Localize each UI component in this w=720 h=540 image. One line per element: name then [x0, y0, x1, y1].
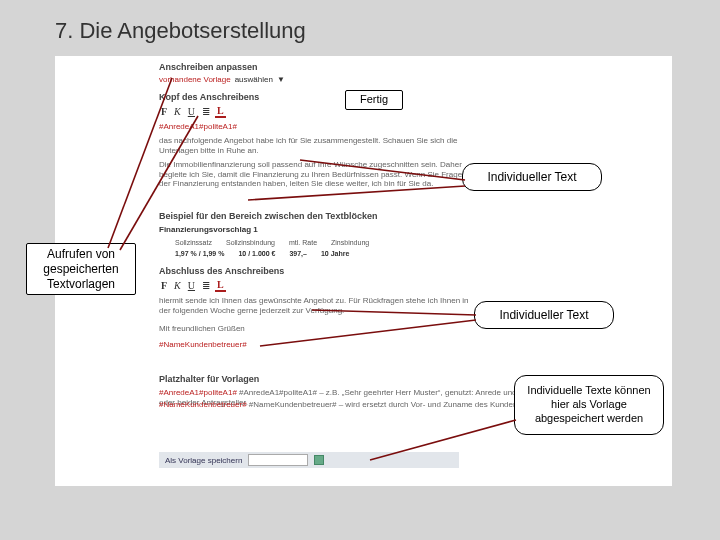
fin-val-2: 10 / 1.000 € [238, 250, 275, 257]
bold-button[interactable]: F [159, 106, 169, 117]
fin-val-3: 397,– [289, 250, 307, 257]
gruss: Mit freundlichen Grüßen [159, 324, 245, 333]
fin-val-1: 1,97 % / 1,99 % [175, 250, 224, 257]
save-template-name-input[interactable] [248, 454, 308, 466]
paragraph-1: das nachfolgende Angebot habe ich für Si… [159, 136, 469, 155]
section-beispiel: Beispiel für den Bereich zwischen den Te… [159, 211, 377, 221]
toolbar-kopf[interactable]: F K U ≣ L [159, 105, 226, 118]
italic-button[interactable]: K [172, 280, 183, 291]
name-placeholder: #NameKundenbetreuer# [159, 340, 247, 349]
section-platzhalter: Platzhalter für Vorlagen [159, 374, 259, 384]
fin-col-2: Sollzinsbindung [226, 239, 275, 246]
page-title: 7. Die Angebotserstellung [0, 0, 720, 54]
ph-desc-2: #NameKundenbetreuer# – wird ersetzt durc… [249, 400, 554, 409]
paragraph-2: Die Immobilienfinanzierung soll passend … [159, 160, 479, 189]
italic-button[interactable]: K [172, 106, 183, 117]
toolbar-abschluss[interactable]: F K U ≣ L [159, 279, 226, 292]
template-dropdown-label: vorhandene Vorlage [159, 75, 231, 84]
section-abschluss: Abschluss des Anschreibens [159, 266, 284, 276]
callout-speichern: Individuelle Texte können hier als Vorla… [514, 375, 664, 435]
section-anschreiben: Anschreiben anpassen [159, 62, 258, 72]
template-dropdown[interactable]: vorhandene Vorlage auswählen ▼ [159, 75, 285, 84]
section-kopf: Kopf des Anschreibens [159, 92, 259, 102]
chevron-down-icon: ▼ [277, 75, 285, 84]
underline-button[interactable]: U [186, 280, 197, 291]
save-as-template-bar[interactable]: Als Vorlage speichern [159, 452, 459, 468]
callout-aufrufen: Aufrufen von gespeicherten Textvorlagen [26, 243, 136, 295]
anrede-placeholder: #AnredeA1#politeA1# [159, 122, 237, 131]
callout-individueller-text-2: Individueller Text [474, 301, 614, 329]
save-icon[interactable] [314, 455, 324, 465]
list-button[interactable]: ≣ [200, 280, 212, 291]
underline-button[interactable]: U [186, 106, 197, 117]
template-dropdown-value: auswählen [235, 75, 273, 84]
link-button[interactable]: L [215, 105, 226, 118]
bold-button[interactable]: F [159, 280, 169, 291]
callout-individueller-text-1: Individueller Text [462, 163, 602, 191]
fin-col-1: Sollzinssatz [175, 239, 212, 246]
link-button[interactable]: L [215, 279, 226, 292]
ph-anrede-inline: #AnredeA1#politeA1# [159, 388, 237, 397]
ph-name-inline: #NameKundenbetreuer# [159, 400, 247, 409]
abschluss-p1: hiermit sende ich Ihnen das gewünschte A… [159, 296, 479, 315]
fin-value-row: 1,97 % / 1,99 % 10 / 1.000 € 397,– 10 Ja… [175, 250, 349, 257]
list-button[interactable]: ≣ [200, 106, 212, 117]
fin-val-4: 10 Jahre [321, 250, 349, 257]
fin-col-3: mtl. Rate [289, 239, 317, 246]
save-label: Als Vorlage speichern [165, 456, 242, 465]
callout-fertig: Fertig [345, 90, 403, 110]
fin-header-row: Sollzinssatz Sollzinsbindung mtl. Rate Z… [175, 239, 369, 246]
fin-col-4: Zinsbindung [331, 239, 369, 246]
fin-heading: Finanzierungsvorschlag 1 [159, 225, 258, 234]
